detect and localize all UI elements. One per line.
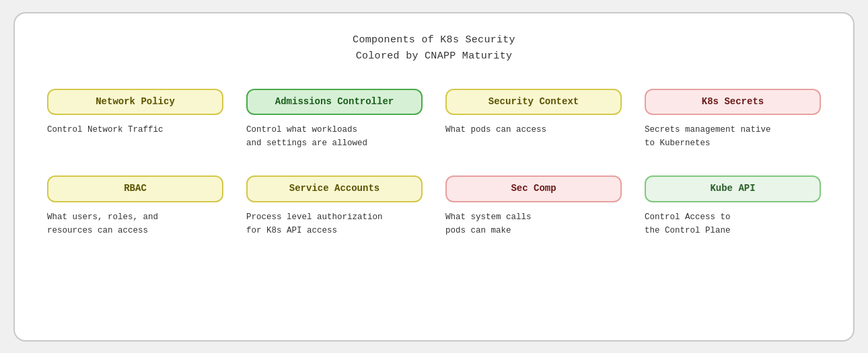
badge-r0-c2: Security Context [445,89,622,116]
badge-r0-c0: Network Policy [47,89,223,116]
description-r0-c0: Control Network Traffic [47,123,164,136]
cell-r1-c2: Sec CompWhat system callspods can make [437,170,630,251]
main-container: Components of K8s Security Colored by CN… [13,12,855,342]
description-r0-c3: Secrets management nativeto Kubernetes [645,123,771,150]
badge-r0-c1: Admissions Controller [246,89,423,116]
cell-r0-c0: Network PolicyControl Network Traffic [39,83,231,164]
title-area: Components of K8s Security Colored by CN… [39,32,829,65]
cell-r0-c1: Admissions ControllerControl what worklo… [238,83,431,164]
description-r0-c2: What pods can access [445,123,546,136]
badge-r0-c3: K8s Secrets [645,89,821,116]
badge-r1-c2: Sec Comp [445,175,622,202]
row-spacer [39,163,829,170]
description-r1-c2: What system callspods can make [445,210,532,237]
badge-r1-c3: Kube API [645,175,821,202]
badge-r1-c0: RBAC [47,175,223,202]
description-r1-c3: Control Access tothe Control Plane [645,210,731,237]
cell-r0-c2: Security ContextWhat pods can access [437,83,630,164]
description-r1-c1: Process level authorizationfor K8s API a… [246,210,383,237]
cell-r1-c0: RBACWhat users, roles, andresources can … [39,170,231,251]
content-grid: Network PolicyControl Network TrafficAdm… [39,83,829,251]
cell-r0-c3: K8s SecretsSecrets management nativeto K… [637,83,829,164]
cell-r1-c3: Kube APIControl Access tothe Control Pla… [637,170,829,251]
title-line1: Components of K8s Security [353,34,515,46]
description-r1-c0: What users, roles, andresources can acce… [47,210,158,237]
cell-r1-c1: Service AccountsProcess level authorizat… [238,170,431,251]
badge-r1-c1: Service Accounts [246,175,423,202]
title-text: Components of K8s Security Colored by CN… [39,32,829,65]
description-r0-c1: Control what workloadsand settings are a… [246,123,367,150]
title-line2: Colored by CNAPP Maturity [356,50,513,62]
